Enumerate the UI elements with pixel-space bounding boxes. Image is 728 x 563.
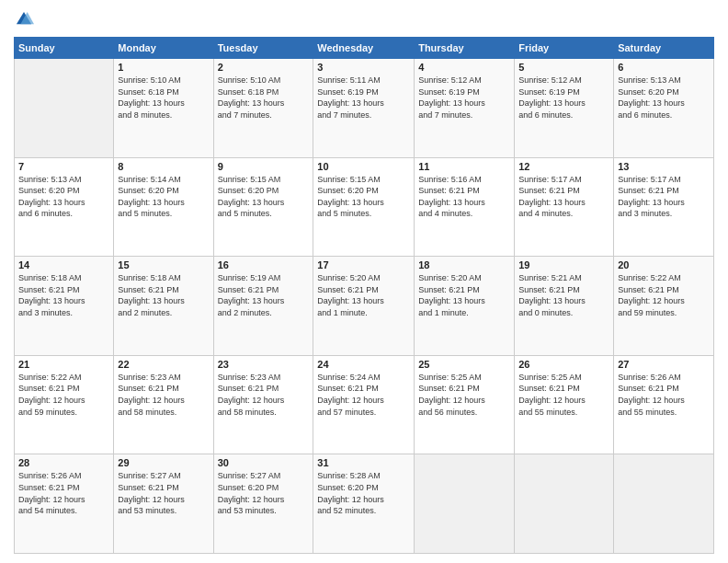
- day-number: 5: [518, 62, 609, 73]
- day-number: 28: [18, 457, 109, 468]
- day-number: 2: [218, 62, 310, 73]
- day-number: 8: [118, 161, 209, 172]
- day-number: 10: [317, 161, 410, 172]
- calendar-cell: 26Sunrise: 5:25 AM Sunset: 6:21 PM Dayli…: [515, 355, 614, 454]
- calendar-cell: 31Sunrise: 5:28 AM Sunset: 6:20 PM Dayli…: [313, 454, 415, 554]
- weekday-header-row: SundayMondayTuesdayWednesdayThursdayFrid…: [15, 38, 714, 59]
- cell-content: Sunrise: 5:25 AM Sunset: 6:21 PM Dayligh…: [518, 372, 609, 418]
- calendar-cell: 15Sunrise: 5:18 AM Sunset: 6:21 PM Dayli…: [114, 257, 213, 356]
- weekday-monday: Monday: [114, 38, 213, 59]
- calendar-cell: [614, 454, 714, 554]
- cell-content: Sunrise: 5:13 AM Sunset: 6:20 PM Dayligh…: [618, 75, 710, 121]
- calendar-cell: 21Sunrise: 5:22 AM Sunset: 6:21 PM Dayli…: [15, 355, 114, 454]
- day-number: 19: [518, 259, 609, 270]
- header: [14, 9, 714, 29]
- page: SundayMondayTuesdayWednesdayThursdayFrid…: [0, 0, 728, 563]
- cell-content: Sunrise: 5:14 AM Sunset: 6:20 PM Dayligh…: [118, 174, 209, 220]
- calendar-cell: 11Sunrise: 5:16 AM Sunset: 6:21 PM Dayli…: [415, 157, 515, 257]
- calendar-cell: 29Sunrise: 5:27 AM Sunset: 6:21 PM Dayli…: [114, 454, 213, 554]
- calendar-cell: 2Sunrise: 5:10 AM Sunset: 6:18 PM Daylig…: [213, 59, 313, 158]
- cell-content: Sunrise: 5:10 AM Sunset: 6:18 PM Dayligh…: [218, 75, 310, 121]
- day-number: 29: [118, 457, 209, 468]
- calendar-cell: 9Sunrise: 5:15 AM Sunset: 6:20 PM Daylig…: [213, 157, 313, 257]
- cell-content: Sunrise: 5:19 AM Sunset: 6:21 PM Dayligh…: [218, 272, 310, 318]
- day-number: 12: [518, 161, 609, 172]
- day-number: 3: [317, 62, 410, 73]
- day-number: 20: [618, 259, 710, 270]
- cell-content: Sunrise: 5:10 AM Sunset: 6:18 PM Dayligh…: [118, 75, 209, 121]
- weekday-wednesday: Wednesday: [313, 38, 415, 59]
- calendar-cell: 18Sunrise: 5:20 AM Sunset: 6:21 PM Dayli…: [415, 257, 515, 356]
- cell-content: Sunrise: 5:22 AM Sunset: 6:21 PM Dayligh…: [18, 372, 109, 418]
- day-number: 9: [218, 161, 310, 172]
- day-number: 11: [418, 161, 510, 172]
- cell-content: Sunrise: 5:16 AM Sunset: 6:21 PM Dayligh…: [418, 174, 510, 220]
- cell-content: Sunrise: 5:23 AM Sunset: 6:21 PM Dayligh…: [218, 372, 310, 418]
- calendar-cell: 8Sunrise: 5:14 AM Sunset: 6:20 PM Daylig…: [114, 157, 213, 257]
- calendar-cell: 22Sunrise: 5:23 AM Sunset: 6:21 PM Dayli…: [114, 355, 213, 454]
- calendar-cell: 12Sunrise: 5:17 AM Sunset: 6:21 PM Dayli…: [515, 157, 614, 257]
- week-row-0: 1Sunrise: 5:10 AM Sunset: 6:18 PM Daylig…: [15, 59, 714, 158]
- calendar-cell: 30Sunrise: 5:27 AM Sunset: 6:20 PM Dayli…: [213, 454, 313, 554]
- calendar-cell: 16Sunrise: 5:19 AM Sunset: 6:21 PM Dayli…: [213, 257, 313, 356]
- day-number: 1: [118, 62, 209, 73]
- calendar-cell: [15, 59, 114, 158]
- calendar-cell: 5Sunrise: 5:12 AM Sunset: 6:19 PM Daylig…: [515, 59, 614, 158]
- cell-content: Sunrise: 5:23 AM Sunset: 6:21 PM Dayligh…: [118, 372, 209, 418]
- cell-content: Sunrise: 5:12 AM Sunset: 6:19 PM Dayligh…: [518, 75, 609, 121]
- day-number: 7: [18, 161, 109, 172]
- calendar-cell: 28Sunrise: 5:26 AM Sunset: 6:21 PM Dayli…: [15, 454, 114, 554]
- weekday-saturday: Saturday: [614, 38, 714, 59]
- calendar-cell: 27Sunrise: 5:26 AM Sunset: 6:21 PM Dayli…: [614, 355, 714, 454]
- day-number: 16: [218, 259, 310, 270]
- day-number: 30: [218, 457, 310, 468]
- calendar-cell: 7Sunrise: 5:13 AM Sunset: 6:20 PM Daylig…: [15, 157, 114, 257]
- calendar-cell: 4Sunrise: 5:12 AM Sunset: 6:19 PM Daylig…: [415, 59, 515, 158]
- week-row-4: 28Sunrise: 5:26 AM Sunset: 6:21 PM Dayli…: [15, 454, 714, 554]
- cell-content: Sunrise: 5:22 AM Sunset: 6:21 PM Dayligh…: [618, 272, 710, 318]
- cell-content: Sunrise: 5:15 AM Sunset: 6:20 PM Dayligh…: [317, 174, 410, 220]
- cell-content: Sunrise: 5:26 AM Sunset: 6:21 PM Dayligh…: [618, 372, 710, 418]
- day-number: 24: [317, 359, 410, 370]
- day-number: 6: [618, 62, 710, 73]
- cell-content: Sunrise: 5:18 AM Sunset: 6:21 PM Dayligh…: [18, 272, 109, 318]
- calendar-cell: 10Sunrise: 5:15 AM Sunset: 6:20 PM Dayli…: [313, 157, 415, 257]
- day-number: 17: [317, 259, 410, 270]
- cell-content: Sunrise: 5:24 AM Sunset: 6:21 PM Dayligh…: [317, 372, 410, 418]
- day-number: 14: [18, 259, 109, 270]
- day-number: 26: [518, 359, 609, 370]
- cell-content: Sunrise: 5:21 AM Sunset: 6:21 PM Dayligh…: [518, 272, 609, 318]
- week-row-3: 21Sunrise: 5:22 AM Sunset: 6:21 PM Dayli…: [15, 355, 714, 454]
- cell-content: Sunrise: 5:20 AM Sunset: 6:21 PM Dayligh…: [317, 272, 410, 318]
- weekday-tuesday: Tuesday: [213, 38, 313, 59]
- calendar-cell: 23Sunrise: 5:23 AM Sunset: 6:21 PM Dayli…: [213, 355, 313, 454]
- calendar-cell: 24Sunrise: 5:24 AM Sunset: 6:21 PM Dayli…: [313, 355, 415, 454]
- cell-content: Sunrise: 5:26 AM Sunset: 6:21 PM Dayligh…: [18, 470, 109, 516]
- calendar-cell: 1Sunrise: 5:10 AM Sunset: 6:18 PM Daylig…: [114, 59, 213, 158]
- calendar-cell: 14Sunrise: 5:18 AM Sunset: 6:21 PM Dayli…: [15, 257, 114, 356]
- week-row-1: 7Sunrise: 5:13 AM Sunset: 6:20 PM Daylig…: [15, 157, 714, 257]
- cell-content: Sunrise: 5:25 AM Sunset: 6:21 PM Dayligh…: [418, 372, 510, 418]
- cell-content: Sunrise: 5:27 AM Sunset: 6:21 PM Dayligh…: [118, 470, 209, 516]
- logo: [14, 9, 38, 29]
- calendar-cell: [415, 454, 515, 554]
- calendar-cell: 13Sunrise: 5:17 AM Sunset: 6:21 PM Dayli…: [614, 157, 714, 257]
- cell-content: Sunrise: 5:17 AM Sunset: 6:21 PM Dayligh…: [518, 174, 609, 220]
- day-number: 13: [618, 161, 710, 172]
- calendar-cell: [515, 454, 614, 554]
- cell-content: Sunrise: 5:28 AM Sunset: 6:20 PM Dayligh…: [317, 470, 410, 516]
- cell-content: Sunrise: 5:15 AM Sunset: 6:20 PM Dayligh…: [218, 174, 310, 220]
- day-number: 18: [418, 259, 510, 270]
- day-number: 15: [118, 259, 209, 270]
- day-number: 25: [418, 359, 510, 370]
- calendar-cell: 25Sunrise: 5:25 AM Sunset: 6:21 PM Dayli…: [415, 355, 515, 454]
- calendar-cell: 3Sunrise: 5:11 AM Sunset: 6:19 PM Daylig…: [313, 59, 415, 158]
- weekday-thursday: Thursday: [415, 38, 515, 59]
- calendar-cell: 19Sunrise: 5:21 AM Sunset: 6:21 PM Dayli…: [515, 257, 614, 356]
- day-number: 4: [418, 62, 510, 73]
- cell-content: Sunrise: 5:18 AM Sunset: 6:21 PM Dayligh…: [118, 272, 209, 318]
- calendar-cell: 6Sunrise: 5:13 AM Sunset: 6:20 PM Daylig…: [614, 59, 714, 158]
- cell-content: Sunrise: 5:11 AM Sunset: 6:19 PM Dayligh…: [317, 75, 410, 121]
- day-number: 21: [18, 359, 109, 370]
- day-number: 22: [118, 359, 209, 370]
